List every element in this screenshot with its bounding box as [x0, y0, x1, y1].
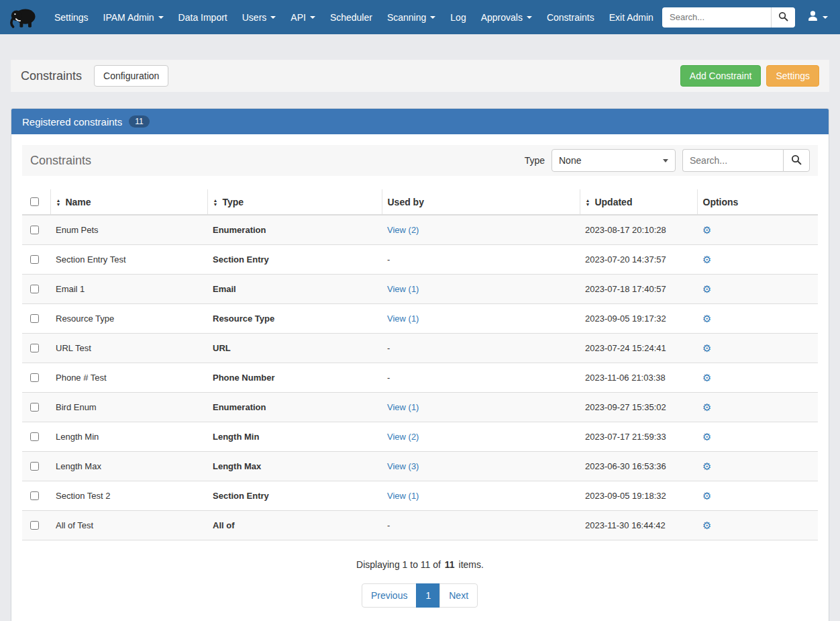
pagination-previous[interactable]: Previous	[362, 583, 417, 608]
table-row: Section Test 2Section EntryView (1)2023-…	[22, 481, 818, 511]
sort-icon[interactable]: ▲▼	[213, 199, 218, 207]
chevron-down-icon	[663, 159, 668, 162]
row-checkbox[interactable]	[30, 462, 39, 471]
summary-text: Displaying 1 to 11 of	[356, 559, 441, 570]
chevron-down-icon	[270, 16, 276, 19]
constraint-type: Length Min	[207, 422, 382, 452]
pagination-next[interactable]: Next	[439, 583, 478, 608]
row-checkbox[interactable]	[30, 403, 39, 412]
constraint-name: Length Min	[50, 422, 207, 452]
type-filter-label: Type	[525, 155, 545, 166]
gear-icon[interactable]: ⚙	[702, 342, 711, 354]
constraint-name: All of Test	[50, 511, 207, 540]
nav-item-label: Log	[450, 12, 466, 23]
column-header-type[interactable]: ▲▼Type	[207, 189, 382, 215]
table-row: All of TestAll of-2023-11-30 16:44:42⚙	[22, 511, 818, 540]
constraint-type: Resource Type	[207, 304, 382, 334]
gear-icon[interactable]: ⚙	[702, 401, 711, 413]
constraint-name: Email 1	[50, 275, 207, 304]
column-header-used-by: Used by	[382, 189, 580, 215]
constraint-updated: 2023-07-20 14:37:57	[580, 245, 697, 275]
constraint-name: Phone # Test	[50, 363, 207, 393]
gear-icon[interactable]: ⚙	[702, 313, 711, 324]
row-checkbox[interactable]	[30, 432, 39, 441]
used-by-view-link[interactable]: View (3)	[387, 461, 419, 471]
constraint-name: Bird Enum	[50, 393, 207, 422]
nav-item-settings[interactable]: Settings	[47, 6, 96, 29]
gear-icon[interactable]: ⚙	[702, 254, 711, 265]
row-checkbox[interactable]	[30, 255, 39, 264]
navbar-search-group	[662, 7, 795, 28]
nav-item-api[interactable]: API	[283, 6, 323, 29]
row-checkbox[interactable]	[30, 314, 39, 323]
row-checkbox[interactable]	[30, 521, 39, 530]
constraint-name: Section Entry Test	[50, 245, 207, 275]
row-checkbox[interactable]	[30, 344, 39, 352]
chevron-down-icon	[158, 16, 164, 19]
nav-item-users[interactable]: Users	[235, 6, 284, 29]
nav-item-scanning[interactable]: Scanning	[380, 6, 443, 29]
nav-item-ipam-admin[interactable]: IPAM Admin	[96, 6, 171, 29]
select-all-checkbox[interactable]	[30, 197, 39, 206]
used-by-view-link[interactable]: View (1)	[387, 314, 419, 324]
navbar-search-button[interactable]	[771, 7, 795, 28]
used-by-view-link[interactable]: View (1)	[387, 284, 419, 294]
used-by-empty: -	[382, 511, 580, 540]
user-menu[interactable]	[804, 6, 831, 28]
nav-item-log[interactable]: Log	[443, 6, 473, 29]
nav-item-data-import[interactable]: Data Import	[171, 6, 235, 29]
constraint-updated: 2023-07-18 17:40:57	[580, 275, 697, 304]
nav-item-approvals[interactable]: Approvals	[474, 6, 539, 29]
column-header-name[interactable]: ▲▼Name	[50, 189, 207, 215]
nav-item-constraints[interactable]: Constraints	[539, 6, 602, 29]
used-by-empty: -	[382, 245, 580, 275]
constraint-updated: 2023-07-17 21:59:33	[580, 422, 697, 452]
used-by-view-link[interactable]: View (1)	[387, 402, 419, 412]
constraints-search-button[interactable]	[783, 149, 810, 172]
constraint-type: Length Max	[207, 452, 382, 481]
navbar-search-input[interactable]	[662, 7, 771, 28]
nav-item-scheduler[interactable]: Scheduler	[323, 6, 380, 29]
constraint-name: Enum Pets	[50, 215, 207, 245]
nav-item-label: Constraints	[547, 12, 594, 23]
gear-icon[interactable]: ⚙	[702, 372, 711, 383]
used-by-view-link[interactable]: View (2)	[387, 432, 419, 442]
gear-icon[interactable]: ⚙	[702, 461, 711, 472]
chevron-down-icon	[310, 16, 315, 19]
row-checkbox[interactable]	[30, 373, 39, 382]
gear-icon[interactable]: ⚙	[702, 431, 711, 442]
sort-icon[interactable]: ▲▼	[56, 199, 61, 207]
row-checkbox[interactable]	[30, 226, 39, 234]
type-select[interactable]: None	[552, 149, 676, 172]
add-constraint-button[interactable]: Add Constraint	[680, 65, 762, 87]
used-by-view-link[interactable]: View (1)	[387, 491, 419, 501]
configuration-button[interactable]: Configuration	[94, 65, 168, 87]
chevron-down-icon	[823, 16, 828, 19]
row-checkbox[interactable]	[30, 285, 39, 293]
table-row: Email 1EmailView (1)2023-07-18 17:40:57⚙	[22, 275, 818, 304]
constraint-updated: 2023-11-30 16:44:42	[580, 511, 697, 540]
registered-constraints-panel: Registered constraints 11 Constraints Ty…	[11, 108, 829, 621]
gear-icon[interactable]: ⚙	[702, 283, 711, 295]
settings-button[interactable]: Settings	[766, 65, 819, 87]
row-checkbox[interactable]	[30, 491, 39, 500]
gear-icon[interactable]: ⚙	[702, 490, 711, 501]
sort-icon[interactable]: ▲▼	[586, 199, 590, 207]
nav-item-exit-admin[interactable]: Exit Admin	[602, 6, 661, 29]
nav-item-label: API	[291, 12, 306, 23]
summary-text: items.	[459, 559, 484, 570]
summary-total: 11	[445, 559, 455, 570]
gear-icon[interactable]: ⚙	[702, 520, 711, 531]
search-icon	[791, 154, 802, 167]
panel-title: Registered constraints	[22, 116, 122, 128]
column-header-updated[interactable]: ▲▼Updated	[580, 189, 697, 215]
pagination-page-1[interactable]: 1	[416, 583, 440, 608]
gear-icon[interactable]: ⚙	[702, 224, 711, 236]
chevron-down-icon	[527, 16, 532, 19]
constraints-search-input[interactable]	[682, 149, 783, 172]
pagination: Previous 1 Next	[22, 583, 818, 608]
table-toolbar: Constraints Type None	[22, 145, 818, 176]
table-row: Length MaxLength MaxView (3)2023-06-30 1…	[22, 452, 818, 481]
nav-item-label: Users	[242, 12, 267, 23]
used-by-view-link[interactable]: View (2)	[387, 225, 419, 235]
